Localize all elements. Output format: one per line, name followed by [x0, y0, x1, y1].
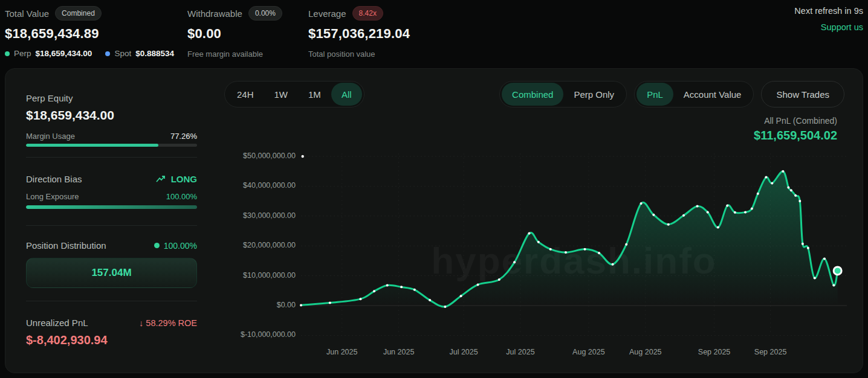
long-exposure-label: Long Exposure — [26, 192, 79, 201]
x-tick-label: Jun 2025 — [372, 348, 426, 356]
top-header: Total Value Combined $18,659,434.89 Perp… — [0, 0, 868, 68]
leverage-block: Leverage 8.42x $157,036,219.04 Total pos… — [308, 6, 410, 59]
leverage-badge: 8.42x — [352, 6, 383, 21]
range-1w[interactable]: 1W — [264, 83, 299, 106]
position-distribution-label: Position Distribution — [26, 240, 106, 251]
total-value-label: Total Value — [5, 8, 49, 19]
divider — [26, 157, 197, 158]
y-tick-label: $10,000,000.00 — [223, 271, 296, 280]
total-value-block: Total Value Combined $18,659,434.89 Perp… — [5, 6, 174, 58]
toggle-combined[interactable]: Combined — [502, 83, 563, 106]
pnl-summary-value: $11,659,504.02 — [754, 129, 837, 143]
margin-usage-label: Margin Usage — [26, 132, 75, 141]
leverage-sub: Total position value — [308, 50, 410, 59]
position-distribution-value-wrap: 100.00% — [154, 241, 197, 251]
spot-dot-icon — [105, 51, 110, 56]
y-tick-label: $30,000,000.00 — [223, 211, 296, 220]
leverage-value: $157,036,219.04 — [308, 26, 410, 42]
y-tick-label: $-10,000,000.00 — [223, 330, 296, 339]
withdrawable-label: Withdrawable — [187, 8, 242, 19]
chart-controls: CombinedPerp Only PnLAccount Value Show … — [499, 81, 844, 107]
y-tick-label: $0.00 — [223, 301, 296, 309]
long-exposure-bar — [26, 205, 197, 209]
pnl-area-chart[interactable] — [223, 147, 864, 362]
x-tick-label: Aug 2025 — [562, 348, 616, 356]
unrealized-roe: ↓ 58.29% ROE — [139, 318, 197, 328]
x-tick-label: Jul 2025 — [493, 348, 548, 356]
divider — [26, 301, 197, 301]
total-value: $18,659,434.89 — [5, 26, 174, 42]
toggle-account-value[interactable]: Account Value — [673, 83, 752, 106]
perp-equity-label: Perp Equity — [26, 93, 114, 103]
withdrawable-badge: 0.00% — [248, 6, 282, 21]
unrealized-pnl-value: $-8,402,930.94 — [26, 333, 108, 347]
direction-bias-value: LONG — [171, 174, 197, 184]
margin-usage-bar — [26, 144, 197, 147]
perp-equity-value: $18,659,434.00 — [26, 108, 114, 123]
perp-value: $18,659,434.00 — [36, 49, 92, 58]
long-exposure-value: 100.00% — [166, 192, 197, 201]
spot-label: Spot — [114, 49, 131, 58]
unrealized-pnl-label: Unrealized PnL — [26, 318, 88, 328]
mode-selector: CombinedPerp Only — [499, 81, 627, 107]
combined-badge: Combined — [55, 6, 102, 21]
position-dot-icon — [154, 243, 160, 248]
spot-value: $0.888534 — [135, 49, 174, 58]
metric-selector: PnLAccount Value — [634, 81, 754, 107]
spot-legend: Spot $0.888534 — [105, 49, 174, 58]
range-1m[interactable]: 1M — [298, 83, 331, 106]
x-tick-label: Sep 2025 — [687, 348, 742, 356]
stats-sidebar: Perp Equity $18,659,434.00 Margin Usage … — [26, 69, 197, 373]
x-tick-label: Jul 2025 — [436, 348, 491, 356]
withdrawable-block: Withdrawable 0.00% $0.00 Free margin ava… — [187, 6, 282, 59]
x-tick-label: Jun 2025 — [315, 348, 369, 356]
refresh-countdown: Next refresh in 9s — [718, 6, 863, 16]
long-exposure-fill — [26, 205, 197, 209]
toggle-pnl[interactable]: PnL — [636, 83, 673, 106]
range-24h[interactable]: 24H — [227, 83, 264, 106]
dashboard-card: Perp Equity $18,659,434.00 Margin Usage … — [5, 68, 863, 373]
position-distribution-value: 100.00% — [164, 241, 197, 251]
pnl-summary-label: All PnL (Combined) — [754, 116, 837, 126]
x-tick-label: Aug 2025 — [618, 348, 673, 356]
toggle-perp-only[interactable]: Perp Only — [563, 83, 624, 106]
direction-bias-value-wrap: LONG — [156, 174, 197, 184]
show-trades-button[interactable]: Show Trades — [761, 81, 844, 107]
margin-usage-value: 77.26% — [170, 132, 197, 141]
x-tick-label: Sep 2025 — [743, 348, 798, 356]
y-tick-label: $20,000,000.00 — [223, 241, 296, 249]
trend-up-icon — [156, 175, 167, 184]
y-tick-label: $40,000,000.00 — [223, 181, 296, 190]
time-range-selector: 24H1W1MAll — [224, 81, 364, 107]
withdrawable-sub: Free margin available — [187, 50, 282, 59]
pnl-chart: hyperdash.info $50,000,000.00$40,000,000… — [223, 147, 864, 362]
perp-legend: Perp $18,659,434.00 — [5, 49, 92, 58]
leverage-label: Leverage — [308, 8, 346, 19]
withdrawable-value: $0.00 — [187, 26, 282, 42]
direction-bias-label: Direction Bias — [26, 174, 82, 184]
range-all[interactable]: All — [331, 83, 362, 106]
perp-dot-icon — [5, 51, 10, 56]
perp-label: Perp — [14, 49, 31, 58]
support-us-link[interactable]: Support us — [718, 22, 863, 32]
position-size-box: 157.04M — [26, 258, 197, 288]
margin-usage-fill — [26, 144, 158, 147]
pnl-summary: All PnL (Combined) $11,659,504.02 — [754, 116, 837, 143]
divider — [26, 225, 197, 226]
y-tick-label: $50,000,000.00 — [223, 152, 296, 160]
